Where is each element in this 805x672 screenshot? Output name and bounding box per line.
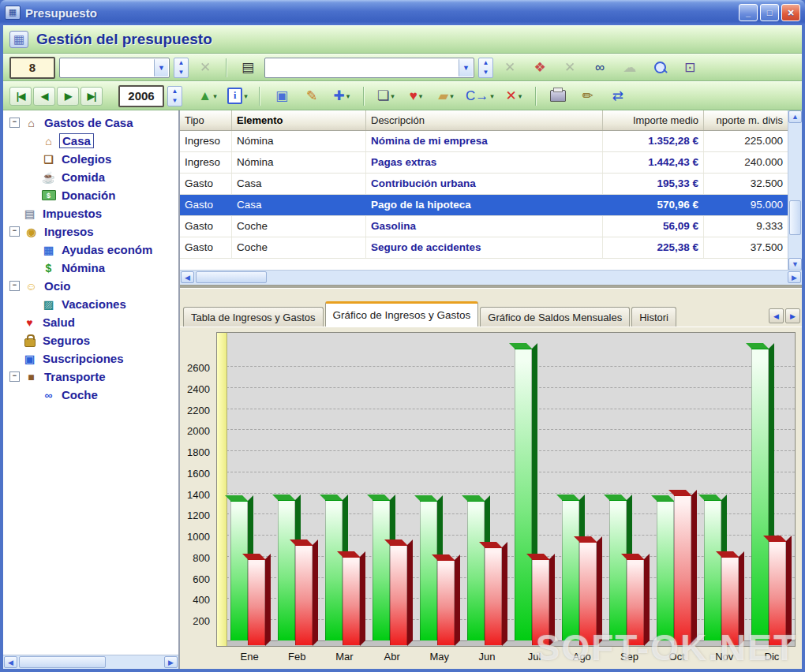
tree-item-comida[interactable]: ☕Comida: [3, 168, 178, 186]
expand-collapse-icon[interactable]: −: [9, 226, 20, 237]
table-row[interactable]: IngresoNóminaNómina de mi empresa1.352,2…: [180, 131, 788, 152]
close-button[interactable]: ✕: [781, 4, 800, 21]
printer-button[interactable]: [545, 85, 571, 106]
tree-horizontal-scrollbar[interactable]: [3, 655, 178, 669]
tree-item-ocio[interactable]: −☺Ocio: [3, 277, 178, 295]
magnifier-button[interactable]: [647, 57, 672, 78]
tree-item-donacion[interactable]: $Donación: [3, 186, 178, 204]
scrollbar-thumb[interactable]: [789, 200, 801, 235]
expand-collapse-icon[interactable]: −: [9, 118, 20, 128]
tab-grafico-de-ingresos-y-gastos[interactable]: Gráfico de Ingresos y Gastos: [325, 301, 479, 327]
tree-item-nomina[interactable]: $Nómina: [3, 259, 178, 277]
expand-collapse-icon[interactable]: −: [9, 281, 20, 291]
dropdown-arrow-icon[interactable]: ▾: [490, 92, 494, 100]
cloud-button[interactable]: ☁: [617, 57, 642, 78]
record-spinner[interactable]: [174, 58, 189, 78]
dropdown-arrow-icon[interactable]: ▾: [244, 92, 248, 100]
delete-rows-button[interactable]: ✕▾: [501, 85, 526, 106]
folder-button[interactable]: ▰▾: [433, 85, 459, 106]
dropdown-arrow-icon[interactable]: ▾: [519, 92, 522, 100]
scroll-up-icon[interactable]: [788, 110, 802, 123]
info-button[interactable]: i▾: [225, 85, 250, 106]
favorites-add-button[interactable]: ♥▾: [403, 85, 429, 106]
clear-filter-button[interactable]: ✕: [557, 57, 582, 78]
year-field[interactable]: 2006: [118, 85, 164, 107]
column-header-importe-medio[interactable]: Importe medio: [603, 110, 704, 130]
scroll-right-icon[interactable]: [788, 271, 801, 283]
tree-item-gastos-de-casa[interactable]: −⌂Gastos de Casa: [3, 114, 178, 132]
bar-side: [502, 542, 507, 646]
tab-scroll-right-icon[interactable]: [785, 308, 800, 323]
filter-spinner[interactable]: [478, 58, 493, 78]
first-record-button[interactable]: |◀: [9, 87, 32, 106]
add-entry-button[interactable]: ✚▾: [329, 85, 354, 106]
cell-importe-medio: 195,33 €: [603, 174, 704, 194]
record-combo[interactable]: [59, 58, 170, 78]
binoculars-button[interactable]: ∞: [587, 57, 612, 78]
table-row[interactable]: GastoCocheSeguro de accidentes225,38 €37…: [180, 237, 788, 259]
expand-collapse-icon[interactable]: −: [9, 371, 20, 382]
scrollbar-thumb[interactable]: [196, 271, 267, 283]
scroll-left-icon[interactable]: [4, 656, 17, 668]
delete-record-button[interactable]: ✕: [193, 57, 218, 78]
column-header-nporte-m-divis[interactable]: nporte m. divis: [704, 110, 788, 130]
minimize-button[interactable]: _: [739, 4, 758, 21]
tree-item-ayudas-econom[interactable]: ▦Ayudas económ: [3, 241, 178, 259]
maximize-button[interactable]: □: [760, 4, 779, 21]
last-record-button[interactable]: ▶|: [80, 87, 103, 106]
tab-histori[interactable]: Histori: [631, 307, 676, 327]
combo-dropdown-icon[interactable]: [459, 59, 473, 77]
tree-item-vacaciones[interactable]: ▨Vacaciones: [3, 295, 178, 313]
tree-item-ingresos[interactable]: −◉Ingresos: [3, 222, 178, 241]
column-header-elemento[interactable]: Elemento: [232, 110, 366, 130]
dropdown-arrow-icon[interactable]: ▾: [450, 92, 454, 100]
copy-entries-button[interactable]: ❏▾: [373, 85, 399, 106]
tab-tabla-de-ingresos-y-gastos[interactable]: Tabla de Ingresos y Gastos: [183, 307, 324, 327]
column-header-tipo[interactable]: Tipo: [180, 110, 232, 130]
tree-item-transporte[interactable]: −■Transporte: [3, 368, 178, 386]
edit-entry-button[interactable]: ✎: [299, 85, 324, 106]
cancel-edit-button[interactable]: ✕: [497, 57, 522, 78]
year-spinner[interactable]: [167, 86, 182, 106]
tab-scroll-left-icon[interactable]: [769, 308, 784, 323]
filter-combo[interactable]: [264, 58, 474, 78]
scroll-left-icon[interactable]: [181, 271, 194, 283]
dropdown-arrow-icon[interactable]: ▾: [391, 92, 395, 100]
sync-button[interactable]: ⇄: [605, 85, 631, 106]
titlebar[interactable]: ▦ Presupuesto _□✕: [0, 0, 805, 25]
tree-item-impuestos[interactable]: ▤Impuestos: [3, 204, 178, 222]
tree-item-salud[interactable]: ♥Salud: [3, 313, 178, 331]
tree-item-colegios[interactable]: ❏Colegios: [3, 150, 178, 168]
notes-button[interactable]: ▤: [235, 57, 260, 78]
record-number-field[interactable]: 8: [9, 57, 55, 79]
tab-grafico-de-saldos-mensuales[interactable]: Gráfico de Saldos Mensuales: [480, 307, 630, 327]
bar-top: [668, 490, 691, 495]
scroll-right-icon[interactable]: [164, 656, 178, 668]
exit-button[interactable]: ⊡: [677, 57, 702, 78]
table-row[interactable]: GastoCasaContribución urbana195,33 €32.5…: [180, 174, 788, 195]
dropdown-arrow-icon[interactable]: ▾: [419, 92, 423, 100]
table-horizontal-scrollbar[interactable]: [180, 270, 802, 285]
scrollbar-thumb[interactable]: [19, 656, 106, 668]
pencil-button[interactable]: ✏: [575, 85, 601, 106]
next-record-button[interactable]: ▶: [57, 87, 79, 106]
prev-record-button[interactable]: ◀: [33, 87, 55, 106]
table-vertical-scrollbar[interactable]: [788, 110, 802, 271]
dropdown-arrow-icon[interactable]: ▾: [213, 92, 217, 100]
monitor-icon: ▣: [275, 89, 288, 103]
tree-item-coche[interactable]: ∞Coche: [3, 386, 178, 404]
combo-dropdown-icon[interactable]: [154, 59, 168, 77]
scroll-down-icon[interactable]: [788, 258, 802, 271]
tree-item-suscripciones[interactable]: ▣Suscripciones: [3, 349, 178, 368]
color-options-button[interactable]: ❖: [527, 57, 552, 78]
table-row[interactable]: IngresoNóminaPagas extras1.442,43 €240.0…: [180, 152, 788, 174]
table-row[interactable]: GastoCocheGasolina56,09 €9.333: [180, 216, 788, 237]
dropdown-arrow-icon[interactable]: ▾: [346, 92, 350, 100]
table-row[interactable]: GastoCasaPago de la hipoteca570,96 €95.0…: [180, 195, 788, 216]
tree-item-casa[interactable]: ⌂Casa: [3, 132, 178, 150]
monitor-button[interactable]: ▣: [269, 85, 294, 106]
column-header-descripcion[interactable]: Descripción: [366, 110, 603, 130]
export-button[interactable]: C→▾: [463, 85, 496, 106]
chart-pyramid-button[interactable]: ▲▾: [195, 85, 220, 106]
tree-item-seguros[interactable]: Seguros: [3, 331, 178, 349]
